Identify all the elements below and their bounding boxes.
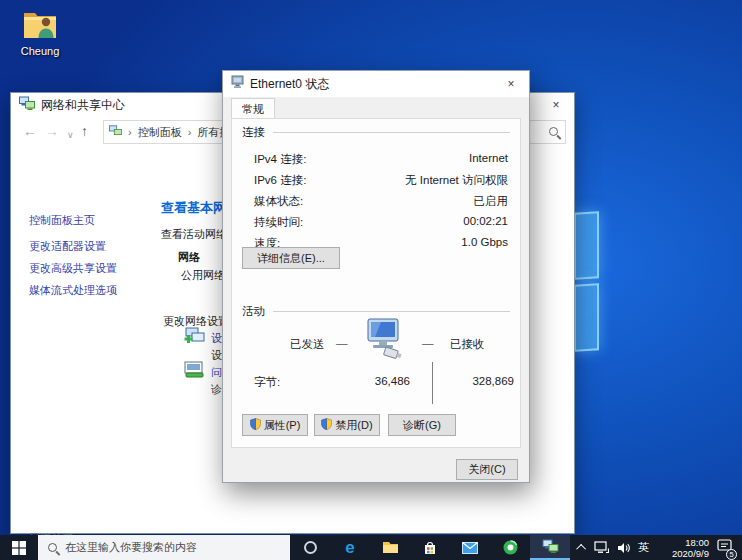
breadcrumb-sep: › [126, 126, 134, 138]
new-connection-icon [183, 326, 205, 348]
dialog-titlebar[interactable]: Ethernet0 状态 × [223, 71, 529, 97]
forward-icon[interactable]: → [45, 122, 59, 140]
taskbar-icon-edge[interactable]: e [330, 535, 370, 560]
clock-date: 2020/9/9 [657, 548, 709, 559]
group-divider [273, 311, 510, 312]
start-button[interactable] [0, 535, 38, 560]
network-type: 公用网络 [181, 268, 225, 283]
taskbar-icon-file-explorer[interactable] [370, 535, 410, 560]
computer-activity-icon [359, 317, 411, 363]
desktop: Cheung 网络和共享中心 × ← → ∨ [0, 0, 742, 560]
bytes-label: 字节: [254, 375, 280, 390]
desktop-icon-label: Cheung [8, 45, 72, 57]
general-tab-page: 连接 IPv4 连接: Internet IPv6 连接: 无 Internet… [231, 118, 521, 448]
task-link-setup-connection[interactable]: 设 [211, 331, 222, 346]
close-button[interactable]: × [538, 93, 574, 117]
nsc-window-title: 网络和共享中心 [41, 97, 125, 114]
duration-value: 00:02:21 [463, 215, 508, 227]
troubleshoot-icon [183, 360, 205, 382]
ipv4-label: IPv4 连接: [254, 152, 306, 167]
sidebar-item-home[interactable]: 控制面板主页 [29, 213, 95, 228]
dialog-close-action-button[interactable]: 关闭(C) [456, 459, 518, 480]
taskbar-icon-network-center-active[interactable] [530, 535, 570, 560]
disable-button[interactable]: 禁用(D) [314, 414, 380, 436]
dialog-close-button[interactable]: × [493, 71, 529, 97]
tray-ime[interactable]: 英 [634, 535, 653, 560]
desktop-icon-user-folder[interactable]: Cheung [8, 8, 72, 57]
tray-clock[interactable]: 18:00 2020/9/9 [653, 535, 713, 560]
ethernet-status-dialog: Ethernet0 状态 × 常规 连接 IPv4 连接: Internet I… [222, 70, 530, 483]
sent-dash: — [336, 337, 348, 349]
green-browser-icon [503, 540, 518, 555]
tray-network[interactable] [590, 535, 613, 560]
network-center-icon [542, 539, 559, 554]
edge-icon: e [345, 539, 354, 556]
details-button[interactable]: 详细信息(E)... [242, 247, 340, 269]
clock-time: 18:00 [657, 537, 709, 548]
sidebar-item-change-adapter[interactable]: 更改适配器设置 [29, 239, 106, 254]
taskbar-icon-cortana[interactable] [290, 535, 330, 560]
connection-group: 连接 [242, 125, 510, 140]
speaker-icon [617, 542, 630, 554]
uac-shield-icon [321, 418, 332, 432]
ipv4-value: Internet [469, 152, 508, 164]
mail-icon [462, 542, 478, 554]
tray-action-center[interactable]: 5 [713, 535, 736, 560]
connection-group-label: 连接 [242, 125, 265, 140]
back-icon[interactable]: ← [23, 122, 37, 140]
media-state-label: 媒体状态: [254, 194, 303, 209]
taskbar-icon-store[interactable] [410, 535, 450, 560]
taskbar-icon-mail[interactable] [450, 535, 490, 560]
active-networks-label: 查看活动网络 [161, 227, 227, 242]
page-title: 查看基本网 [161, 199, 226, 217]
search-icon [48, 543, 57, 552]
cortana-icon [304, 541, 317, 554]
task-desc-troubleshoot: 诊 [211, 382, 222, 397]
dialog-title: Ethernet0 状态 [250, 76, 329, 93]
media-state-value: 已启用 [474, 194, 509, 209]
address-location-icon [109, 125, 122, 139]
disable-button-label: 禁用(D) [335, 418, 372, 433]
diagnose-button[interactable]: 诊断(G) [388, 414, 456, 436]
close-icon: × [507, 77, 514, 91]
received-dash: — [422, 337, 434, 349]
taskbar-search-box[interactable]: 在这里输入你要搜索的内容 [38, 535, 290, 560]
received-label: 已接收 [450, 337, 485, 352]
history-dropdown-icon[interactable]: ∨ [67, 126, 74, 144]
task-desc-setup-connection: 设 [211, 348, 222, 363]
tray-volume[interactable] [613, 535, 634, 560]
system-tray: 英 18:00 2020/9/9 5 [575, 535, 742, 560]
network-center-icon [19, 96, 35, 115]
tab-general[interactable]: 常规 [231, 98, 275, 119]
file-explorer-icon [382, 541, 399, 554]
taskbar-search-placeholder: 在这里输入你要搜索的内容 [65, 540, 197, 555]
bytes-received-value: 328,869 [440, 375, 514, 387]
properties-button-label: 属性(P) [264, 418, 301, 433]
breadcrumb-control-panel[interactable]: 控制面板 [138, 125, 182, 140]
duration-label: 持续时间: [254, 215, 303, 230]
sidebar-item-media-streaming[interactable]: 媒体流式处理选项 [29, 283, 117, 298]
close-icon: × [552, 98, 559, 112]
chevron-up-icon [576, 544, 586, 554]
taskbar-icon-browser-green[interactable] [490, 535, 530, 560]
ipv6-value: 无 Internet 访问权限 [405, 173, 508, 188]
activity-group-label: 活动 [242, 304, 265, 319]
network-name: 网络 [178, 250, 200, 265]
bytes-divider [432, 362, 433, 404]
sidebar-item-advanced-sharing[interactable]: 更改高级共享设置 [29, 261, 117, 276]
search-icon [549, 127, 558, 136]
uac-shield-icon [250, 418, 261, 432]
sent-label: 已发送 [290, 337, 325, 352]
properties-button[interactable]: 属性(P) [242, 414, 308, 436]
windows-logo-pane-bottom [574, 283, 599, 352]
store-icon [423, 541, 437, 555]
task-link-troubleshoot[interactable]: 问 [211, 365, 222, 380]
speed-value: 1.0 Gbps [461, 236, 508, 248]
group-divider [273, 132, 510, 133]
windows-start-icon [12, 541, 26, 555]
ethernet-adapter-icon [231, 75, 244, 93]
up-icon[interactable]: ↑ [81, 122, 88, 140]
user-folder-icon [21, 25, 59, 42]
tray-show-hidden-icons[interactable] [575, 535, 590, 560]
breadcrumb-sep: › [186, 126, 194, 138]
